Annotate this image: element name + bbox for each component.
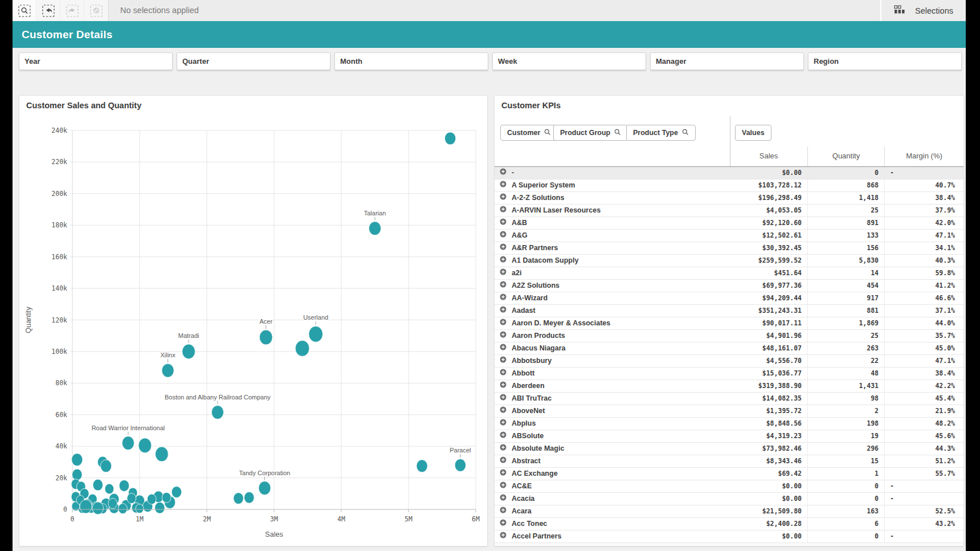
scatter-point[interactable] [105, 484, 114, 494]
expand-icon[interactable] [500, 393, 507, 405]
table-row[interactable]: AC Exchange$69.42155.7% [495, 468, 963, 480]
scatter-point[interactable] [156, 447, 169, 462]
expand-icon[interactable] [500, 330, 507, 342]
customer-name-cell[interactable]: AboveNet [495, 405, 730, 417]
column-header-sales[interactable]: Sales [730, 146, 808, 166]
table-row[interactable]: Aaron D. Meyer & Associates$90,017.111,8… [495, 317, 963, 330]
customer-name-cell[interactable]: Abplus [495, 418, 730, 430]
expand-icon[interactable] [500, 267, 507, 279]
scatter-point[interactable] [72, 469, 83, 480]
table-row[interactable]: A-ARVIN Laser Resources$4,053.052537.9% [495, 205, 963, 217]
expand-icon[interactable] [500, 380, 507, 392]
expand-icon[interactable] [500, 480, 507, 492]
table-row[interactable]: Abplus$8,848.5619848.2% [495, 418, 963, 430]
table-row[interactable]: Acara$21,509.8016352.5% [495, 505, 963, 518]
customer-name-cell[interactable]: a2i [495, 267, 730, 279]
column-header-margin[interactable]: Margin (%) [885, 146, 963, 166]
expand-icon[interactable] [500, 518, 507, 530]
expand-icon[interactable] [500, 342, 507, 354]
scatter-point[interactable] [119, 504, 128, 514]
scatter-point[interactable] [162, 492, 171, 503]
expand-icon[interactable] [500, 230, 507, 242]
table-row[interactable]: Acc Tonec$2,400.28643.2% [495, 518, 963, 530]
scatter-plot[interactable]: 020k40k60k80k100k120k140k160k180k200k220… [19, 96, 486, 545]
table-row[interactable]: A-2-Z Solutions$196,298.491,41838.4% [495, 192, 963, 205]
expand-icon[interactable] [500, 192, 507, 204]
filter-month[interactable]: Month [334, 52, 488, 70]
expand-icon[interactable] [500, 217, 507, 229]
scatter-point[interactable] [182, 344, 195, 359]
customer-name-cell[interactable]: Aadast [495, 305, 730, 317]
customer-name-cell[interactable]: A&B [495, 217, 730, 229]
customer-name-cell[interactable]: Aaron D. Meyer & Associates [495, 317, 730, 329]
expand-icon[interactable] [500, 493, 507, 505]
tab-customer[interactable]: Customer [500, 125, 558, 141]
customer-name-cell[interactable]: A-2-Z Solutions [495, 192, 730, 204]
expand-icon[interactable] [500, 179, 507, 191]
customer-name-cell[interactable]: Acc Tonec [495, 518, 730, 530]
table-row[interactable]: Abstract$8,343.461551.2% [495, 455, 963, 468]
scatter-point[interactable] [93, 479, 103, 491]
customer-name-cell[interactable]: Abstract [495, 455, 730, 467]
customer-name-cell[interactable]: Abacus Niagara [495, 342, 730, 354]
customer-name-cell[interactable]: AA-Wizard [495, 292, 730, 304]
scatter-point[interactable] [211, 406, 223, 419]
table-row[interactable]: ABI TruTrac$14,082.359845.4% [495, 393, 963, 405]
table-row[interactable]: Abbott$15,036.774838.4% [495, 368, 963, 380]
selections-tool-button[interactable]: Selections [880, 0, 966, 21]
scatter-point[interactable] [80, 500, 92, 513]
scatter-point[interactable] [445, 132, 456, 145]
table-row[interactable]: AboveNet$1,395.72221.9% [495, 405, 963, 418]
scatter-point[interactable] [92, 502, 103, 515]
scatter-point[interactable] [455, 459, 466, 471]
expand-icon[interactable] [500, 430, 507, 442]
scatter-point[interactable] [234, 493, 244, 504]
filter-manager[interactable]: Manager [650, 52, 804, 70]
table-row[interactable]: A&R Partners$30,392.4515634.1% [495, 242, 963, 255]
filter-region[interactable]: Region [808, 52, 962, 70]
customer-name-cell[interactable]: A&G [495, 230, 730, 242]
scatter-point[interactable] [108, 499, 117, 509]
expand-icon[interactable] [500, 530, 507, 542]
expand-icon[interactable] [500, 292, 507, 304]
tab-product-type[interactable]: Product Type [626, 125, 696, 141]
customer-name-cell[interactable]: AC&E [495, 480, 730, 492]
table-row[interactable]: AA-Wizard$94,209.4491746.6% [495, 292, 963, 305]
table-row[interactable]: Abacus Niagara$48,161.0726345.0% [495, 342, 963, 355]
table-row[interactable]: Abbotsbury$4,556.702247.1% [495, 355, 963, 368]
customer-name-cell[interactable]: A&R Partners [495, 242, 730, 254]
filter-year[interactable]: Year [19, 52, 173, 70]
step-back-icon[interactable] [36, 0, 60, 21]
table-row[interactable]: Aberdeen$319,388.901,43142.2% [495, 380, 963, 393]
table-row[interactable]: A&G$12,502.6113347.1% [495, 230, 963, 242]
scatter-point[interactable] [119, 480, 129, 491]
filter-quarter[interactable]: Quarter [177, 52, 330, 70]
table-row[interactable]: Acacia$0.000- [495, 493, 963, 505]
values-button[interactable]: Values [735, 125, 771, 141]
table-row[interactable]: A1 Datacom Supply$259,599.525,83040.3% [495, 255, 963, 267]
column-header-quantity[interactable]: Quantity [808, 146, 885, 166]
table-row[interactable]: Aaron Products$4,901.962535.7% [495, 330, 963, 342]
expand-icon[interactable] [500, 405, 507, 417]
scatter-point[interactable] [259, 330, 272, 345]
customer-name-cell[interactable]: Acacia [495, 493, 730, 505]
scatter-point[interactable] [295, 340, 309, 356]
scatter-point[interactable] [136, 504, 144, 513]
customer-name-cell[interactable]: Abbott [495, 368, 730, 379]
customer-name-cell[interactable]: Abbotsbury [495, 355, 730, 367]
customer-name-cell[interactable]: Aberdeen [495, 380, 730, 392]
expand-icon[interactable] [500, 167, 507, 179]
table-row[interactable]: A&B$92,120.6089142.0% [495, 217, 963, 230]
expand-icon[interactable] [500, 368, 507, 379]
expand-icon[interactable] [500, 305, 507, 317]
scatter-point[interactable] [244, 492, 255, 503]
customer-name-cell[interactable]: A2Z Solutions [495, 280, 730, 292]
scatter-point[interactable] [72, 454, 83, 466]
table-row[interactable]: a2i$451.641459.8% [495, 267, 963, 280]
expand-icon[interactable] [500, 443, 507, 455]
scatter-point[interactable] [127, 493, 136, 504]
expand-icon[interactable] [500, 242, 507, 254]
scatter-point[interactable] [172, 487, 182, 498]
table-row[interactable]: A2Z Solutions$69,977.3645441.2% [495, 280, 963, 292]
expand-icon[interactable] [500, 505, 507, 517]
